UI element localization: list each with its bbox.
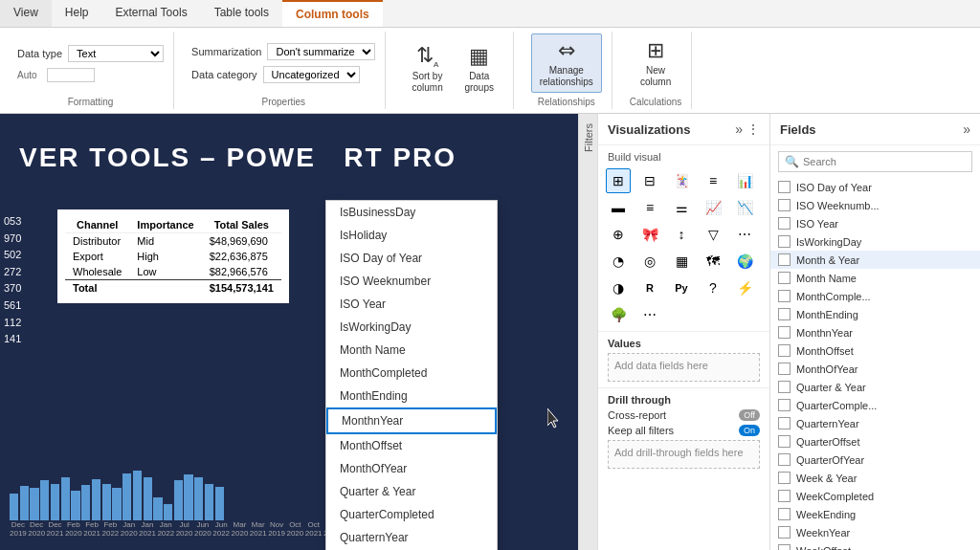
field-checkbox[interactable] [778, 326, 791, 339]
tab-help[interactable]: Help [52, 0, 102, 27]
field-item-quarterYear[interactable]: Quarter & Year [770, 378, 980, 396]
field-item-weekOffset[interactable]: WeekOffset [770, 541, 980, 550]
viz-item-scatter[interactable]: ⋯ [732, 222, 757, 247]
values-drop-zone[interactable]: Add data fields here [608, 353, 760, 382]
field-checkbox[interactable] [778, 253, 791, 266]
viz-item-smart[interactable]: ⚡ [732, 275, 757, 300]
viz-item-pie[interactable]: ◔ [606, 249, 631, 274]
field-checkbox[interactable] [778, 363, 791, 375]
fields-search-input[interactable] [803, 156, 966, 167]
field-checkbox[interactable] [778, 453, 791, 466]
field-item-monthName[interactable]: Month Name [770, 269, 980, 287]
viz-item-waterfall[interactable]: ↕ [669, 222, 694, 247]
sort-by-column-button[interactable]: ⇅A Sort by column [403, 38, 451, 99]
viz-item-ribbon[interactable]: 🎀 [637, 222, 662, 247]
dropdown-item-isoYear[interactable]: ISO Year [326, 293, 497, 316]
tab-column-tools[interactable]: Column tools [282, 0, 383, 27]
viz-item-line[interactable]: 📈 [701, 195, 725, 220]
viz-item-table[interactable]: ⊞ [606, 168, 631, 193]
field-item-monthEnding[interactable]: MonthEnding [770, 305, 980, 323]
data-category-select[interactable]: Uncategorized [263, 66, 360, 83]
viz-item-stackedbar[interactable]: ≡ [637, 195, 662, 220]
viz-item-treemap[interactable]: ▦ [669, 249, 694, 274]
viz-item-area[interactable]: 📉 [732, 195, 757, 220]
viz-item-py-visual[interactable]: Py [669, 275, 694, 300]
field-item-weekEnding[interactable]: WeekEnding [770, 505, 980, 523]
dropdown-item-monthnYear[interactable]: MonthnYear [326, 407, 497, 434]
viz-item-gauge[interactable]: ◑ [606, 275, 631, 300]
field-checkbox[interactable] [778, 508, 791, 520]
dropdown-item-isoWeeknumber[interactable]: ISO Weeknumber [326, 270, 497, 293]
dropdown-item-isoDayOfYear[interactable]: ISO Day of Year [326, 247, 497, 270]
viz-expand-icon[interactable]: » [735, 121, 743, 137]
viz-item-matrix[interactable]: ⊟ [637, 168, 662, 193]
field-checkbox[interactable] [778, 199, 791, 211]
field-item-quarternYear[interactable]: QuarternYear [770, 414, 980, 432]
field-checkbox[interactable] [778, 544, 791, 550]
viz-item-clusteredbar[interactable]: ⚌ [669, 195, 694, 220]
field-checkbox[interactable] [778, 490, 791, 502]
dropdown-item-isWorkingDay[interactable]: IsWorkingDay [326, 316, 497, 339]
dropdown-item-quarternYear[interactable]: QuarternYear [326, 526, 497, 549]
field-checkbox[interactable] [778, 472, 791, 484]
viz-item-multirow[interactable]: ≡ [701, 168, 725, 193]
viz-item-decomp[interactable]: 🌳 [606, 302, 631, 327]
viz-item-funnel[interactable]: ▽ [701, 222, 725, 247]
data-type-select[interactable]: Text [68, 45, 164, 62]
field-item-isoWeeknumb[interactable]: ISO Weeknumb... [770, 196, 980, 214]
viz-item-filled-map[interactable]: 🌍 [732, 249, 757, 274]
auto-input[interactable] [47, 68, 95, 82]
drill-drop-zone[interactable]: Add drill-through fields here [608, 440, 760, 469]
dropdown-item-monthName[interactable]: Month Name [326, 339, 497, 362]
viz-more-icon[interactable]: ⋮ [746, 121, 760, 137]
fields-expand-icon[interactable]: » [963, 121, 970, 137]
field-checkbox[interactable] [778, 272, 791, 284]
field-item-monthOffset[interactable]: MonthOffset [770, 341, 980, 360]
field-item-quarterOfYear[interactable]: QuarterOfYear [770, 451, 980, 469]
field-item-isoYear[interactable]: ISO Year [770, 214, 980, 232]
viz-item-donut[interactable]: ◎ [637, 249, 662, 274]
summarization-select[interactable]: Don't summarize [267, 43, 375, 60]
field-checkbox[interactable] [778, 308, 791, 320]
dropdown-item-monthCompleted[interactable]: MonthCompleted [326, 362, 497, 385]
dropdown-item-monthOfYear[interactable]: MonthOfYear [326, 457, 497, 480]
viz-item-more[interactable]: ⋯ [637, 302, 662, 327]
field-checkbox[interactable] [778, 235, 791, 248]
dropdown-item-monthOffset[interactable]: MonthOffset [326, 434, 497, 457]
tab-view[interactable]: View [0, 0, 52, 27]
viz-item-combo[interactable]: ⊕ [606, 222, 631, 247]
field-checkbox[interactable] [778, 526, 791, 539]
field-checkbox[interactable] [778, 290, 791, 302]
dropdown-item-quarterCompleted[interactable]: QuarterCompleted [326, 503, 497, 526]
field-checkbox[interactable] [778, 181, 791, 193]
field-item-weeknYear[interactable]: WeeknYear [770, 523, 980, 541]
viz-item-r-visual[interactable]: R [637, 275, 662, 300]
field-checkbox[interactable] [778, 399, 791, 411]
dropdown-item-quarterYear[interactable]: Quarter & Year [326, 480, 497, 503]
dropdown-item-isHoliday[interactable]: IsHoliday [326, 224, 497, 247]
field-item-quarterOffset[interactable]: QuarterOffset [770, 432, 980, 451]
field-item-weekYear[interactable]: Week & Year [770, 469, 980, 487]
field-item-isoDayOfYear[interactable]: ISO Day of Year [770, 178, 980, 196]
field-checkbox[interactable] [778, 435, 791, 448]
cross-report-toggle[interactable]: Off [739, 409, 760, 421]
tab-table-tools[interactable]: Table tools [201, 0, 282, 27]
viz-item-map[interactable]: 🗺 [701, 249, 725, 274]
field-checkbox[interactable] [778, 217, 791, 230]
field-item-monthOfYear[interactable]: MonthOfYear [770, 360, 980, 378]
dropdown-item-monthEnding[interactable]: MonthEnding [326, 385, 497, 407]
field-item-monthCompl[interactable]: MonthComple... [770, 287, 980, 305]
field-item-monthYear[interactable]: Month & Year [770, 251, 980, 269]
keep-all-filters-toggle[interactable]: On [739, 425, 760, 436]
data-groups-button[interactable]: ▦ Data groups [456, 39, 503, 99]
field-checkbox[interactable] [778, 417, 791, 429]
dropdown-item-isBusinessDay[interactable]: IsBusinessDay [326, 201, 497, 224]
field-checkbox[interactable] [778, 344, 791, 357]
manage-relationships-button[interactable]: ⇔ Manage relationships [531, 33, 602, 93]
viz-item-bar[interactable]: ▬ [606, 195, 631, 220]
field-item-quarterCompl[interactable]: QuarterComple... [770, 396, 980, 414]
viz-item-kpi[interactable]: 📊 [732, 168, 757, 193]
field-item-weekCompleted[interactable]: WeekCompleted [770, 487, 980, 505]
tab-external-tools[interactable]: External Tools [101, 0, 200, 27]
field-item-monthnYear[interactable]: MonthnYear [770, 323, 980, 341]
